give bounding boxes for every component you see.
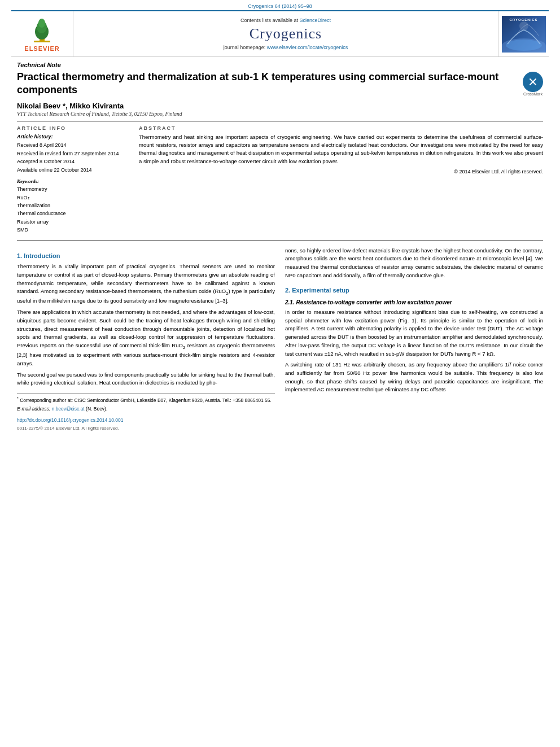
section-2-1-title: 2.1. Resistance-to-voltage converter wit…	[285, 298, 543, 307]
svg-rect-4	[34, 41, 50, 42]
received-date: Received 8 April 2014	[17, 142, 130, 150]
section-1-title: 1. Introduction	[17, 251, 275, 261]
journal-header: ELSEVIER Contents lists available at Sci…	[11, 10, 549, 57]
abstract-copyright: © 2014 Elsevier Ltd. All rights reserved…	[139, 169, 543, 174]
elsevier-name: ELSEVIER	[24, 45, 59, 52]
email-link[interactable]: n.beev@cisc.at	[51, 406, 84, 412]
footnote-email: E-mail address: n.beev@cisc.at (N. Beev)…	[17, 405, 275, 413]
right-intro-continuation: nons, so highly ordered low-defect mater…	[285, 247, 543, 280]
doi-link[interactable]: http://dx.doi.org/10.1016/j.cryogenics.2…	[17, 417, 124, 423]
journal-title: Cryogenics	[250, 25, 322, 42]
keywords-label: Keywords:	[17, 178, 130, 184]
keyword-smd: SMD	[17, 226, 130, 234]
footnote-corresponding: * Corresponding author at: CISC Semicond…	[17, 396, 275, 404]
exp-setup-para-2: A switching rate of 131 Hz was arbitrari…	[285, 361, 543, 394]
crossmark-badge: CrossMark	[523, 72, 543, 96]
accepted-date: Accepted 8 October 2014	[17, 158, 130, 166]
revised-date: Received in revised form 27 September 20…	[17, 150, 130, 158]
bottom-doi-link[interactable]: http://dx.doi.org/10.1016/j.cryogenics.2…	[17, 417, 275, 424]
abstract-col: ABSTRACT Thermometry and heat sinking ar…	[139, 125, 543, 234]
keyword-ruo2: RuO₂	[17, 194, 130, 202]
abstract-text: Thermometry and heat sinking are importa…	[139, 133, 543, 165]
affiliation: VTT Technical Research Centre of Finland…	[17, 111, 543, 117]
keyword-thermal-conductance: Thermal conductance	[17, 209, 130, 217]
abstract-header: ABSTRACT	[139, 125, 543, 131]
body-right-col: nons, so highly ordered low-defect mater…	[285, 247, 543, 433]
intro-para-3: The second goal we pursued was to find c…	[17, 371, 275, 387]
keyword-thermometry: Thermometry	[17, 185, 130, 193]
intro-para-2: There are applications in which accurate…	[17, 308, 275, 368]
sciencedirect-notice: Contents lists available at ScienceDirec…	[240, 18, 331, 23]
available-date: Available online 22 October 2014	[17, 167, 130, 174]
intro-para-1: Thermometry is a vitally important part …	[17, 263, 275, 305]
svg-point-3	[38, 19, 45, 28]
journal-logo-section: CRYOGENICS	[498, 11, 549, 56]
divider-1	[17, 121, 543, 122]
article-info-header: ARTICLE INFO	[17, 125, 130, 131]
keywords-section: Keywords: Thermometry RuO₂ Thermalizatio…	[17, 178, 130, 234]
section-2-title: 2. Experimental setup	[285, 286, 543, 295]
article-type-label: Technical Note	[17, 62, 543, 68]
journal-homepage: journal homepage: www.elsevier.com/locat…	[224, 45, 348, 50]
svg-point-5	[506, 40, 542, 51]
crossmark-label: CrossMark	[523, 92, 543, 96]
footnote-area: * Corresponding author at: CISC Semicond…	[17, 393, 275, 432]
authors: Nikolai Beev *, Mikko Kiviranta	[17, 102, 543, 110]
homepage-link[interactable]: www.elsevier.com/locate/cryogenics	[267, 45, 348, 50]
article-history: Article history: Received 8 April 2014 R…	[17, 133, 130, 174]
article-info-col: ARTICLE INFO Article history: Received 8…	[17, 125, 130, 234]
keywords-list: Thermometry RuO₂ Thermalization Thermal …	[17, 185, 130, 234]
journal-citation: Cryogenics 64 (2014) 95–98	[0, 0, 560, 10]
body-left-col: 1. Introduction Thermometry is a vitally…	[17, 247, 275, 433]
keyword-thermalization: Thermalization	[17, 202, 130, 209]
exp-setup-para-1: In order to measure resistance without i…	[285, 308, 543, 358]
keyword-resistor-array: Resistor array	[17, 218, 130, 226]
elsevier-logo-section: ELSEVIER	[11, 11, 73, 56]
paper-title: CrossMark Practical thermometry and ther…	[17, 71, 543, 97]
journal-header-center: Contents lists available at ScienceDirec…	[73, 11, 498, 56]
sciencedirect-link[interactable]: ScienceDirect	[300, 18, 331, 23]
bottom-issn: 0011-2275/© 2014 Elsevier Ltd. All right…	[17, 425, 275, 432]
main-divider	[17, 240, 543, 241]
body-section: 1. Introduction Thermometry is a vitally…	[17, 247, 543, 433]
history-label: Article history:	[17, 133, 130, 141]
metadata-section: ARTICLE INFO Article history: Received 8…	[17, 125, 543, 234]
